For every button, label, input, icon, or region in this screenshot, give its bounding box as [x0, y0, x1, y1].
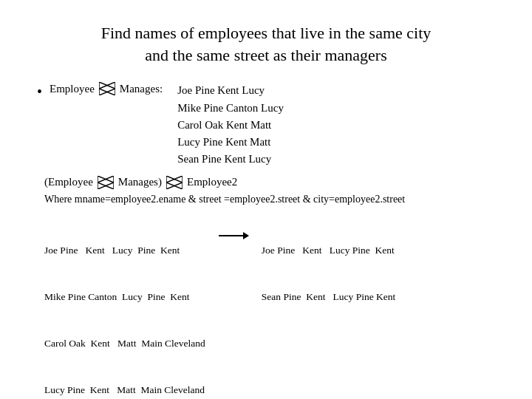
- t2-row-1: Sean Pine Kent Lucy Pine Kent: [262, 290, 395, 305]
- t2-row-0: Joe Pine Kent Lucy Pine Kent: [262, 243, 395, 259]
- bullet-row: • Employee Manages: Joe Pine Kent Lucy M…: [37, 82, 495, 168]
- bowtie-icon-1: [99, 82, 115, 95]
- bullet-dot: •: [37, 83, 42, 100]
- arrow-block: [205, 213, 262, 236]
- employee-label: Employee: [50, 83, 95, 95]
- svg-marker-0: [99, 82, 115, 95]
- bullet-left: Employee Manages:: [50, 82, 163, 95]
- t1-row-1: Mike Pine Canton Lucy Pine Kent: [44, 290, 205, 305]
- tables-row: Joe Pine Kent Lucy Pine Kent Mike Pine C…: [44, 213, 495, 399]
- svg-marker-4: [166, 176, 183, 189]
- page: Find names of employees that live in the…: [0, 0, 532, 399]
- title-line1: Find names of employees that live in the…: [37, 22, 495, 44]
- where-line: Where mname=employee2.ename & street =em…: [44, 194, 495, 205]
- title: Find names of employees that live in the…: [37, 22, 495, 66]
- svg-marker-1: [99, 82, 115, 95]
- section2-prefix: (Employee: [44, 176, 93, 188]
- t1-row-3: Lucy Pine Kent Matt Main Cleveland: [44, 383, 205, 398]
- table-row-4: Sean Pine Kent Lucy: [177, 151, 284, 168]
- svg-marker-3: [98, 176, 114, 189]
- section2-suffix: Employee2: [187, 176, 237, 188]
- section2-line: (Employee Manages) Employee2: [44, 176, 495, 189]
- section2-mid: Manages): [118, 176, 162, 188]
- t1-row-0: Joe Pine Kent Lucy Pine Kent: [44, 243, 205, 259]
- t1-row-2: Carol Oak Kent Matt Main Cleveland: [44, 336, 205, 352]
- table-row-0: Joe Pine Kent Lucy: [177, 82, 284, 99]
- table-block-1: Joe Pine Kent Lucy Pine Kent Mike Pine C…: [44, 213, 205, 399]
- svg-marker-5: [166, 176, 183, 189]
- table-row-2: Carol Oak Kent Matt: [177, 117, 284, 134]
- title-line2: and the same street as their managers: [37, 44, 495, 66]
- table-row-1: Mike Pine Canton Lucy: [177, 100, 284, 117]
- svg-marker-2: [98, 176, 114, 189]
- bullet-content: Employee Manages: Joe Pine Kent Lucy Mik…: [50, 82, 495, 168]
- manages-label: Manages:: [120, 83, 163, 95]
- bullet-table: Joe Pine Kent Lucy Mike Pine Canton Lucy…: [177, 82, 284, 168]
- bowtie-icon-2: [98, 176, 114, 189]
- arrow-icon: [219, 235, 248, 236]
- table-block-2: Joe Pine Kent Lucy Pine Kent Sean Pine K…: [262, 213, 395, 336]
- table-row-3: Lucy Pine Kent Matt: [177, 134, 284, 151]
- bowtie-icon-3: [166, 176, 183, 189]
